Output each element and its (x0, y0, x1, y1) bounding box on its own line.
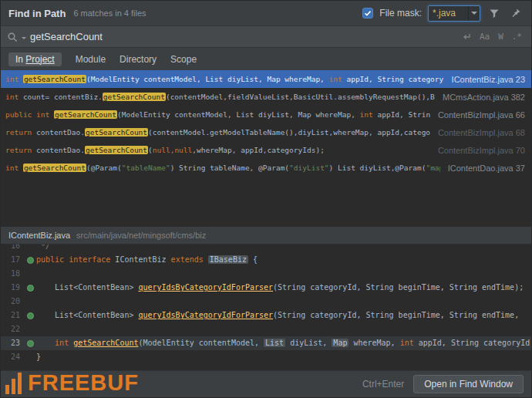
regex-toggle[interactable]: .* (512, 32, 522, 42)
code-segment: count= contentBiz. (19, 93, 103, 101)
line-number: 19 (1, 281, 24, 295)
filter-options-button[interactable] (487, 5, 502, 21)
implement-gutter-icon[interactable] (24, 257, 36, 264)
result-row[interactable]: return contentDao.getSearchCount(null,nu… (1, 141, 531, 159)
code-segment: (contentModel,fieldValueList,BasicUtil.a… (166, 93, 435, 101)
code-segment: (String categoryId, String beginTime, St… (273, 311, 519, 319)
line-number: 22 (1, 322, 24, 336)
result-text: int getSearchCount(ModelEntity contentMo… (5, 75, 444, 83)
scope-tab-in-project[interactable]: In Project (8, 52, 62, 66)
result-row[interactable]: return contentDao.getSearchCount(content… (1, 123, 531, 141)
match-highlight: getSearchCount (103, 93, 166, 101)
results-list: int getSearchCount(ModelEntity contentMo… (1, 70, 531, 227)
code-line: 21 List<ContentBean> queryIdsByCategoryI… (1, 309, 531, 322)
code-editor[interactable]: 16 */17public interface IContentBiz exte… (1, 245, 531, 370)
code-segment: IContentBiz (115, 255, 170, 264)
scope-tabs: In ProjectModuleDirectoryScope (1, 48, 531, 70)
code-segment (36, 339, 55, 347)
code-segment: ,whereMap, appId,categoryIds); (192, 146, 325, 154)
code-segment: int (360, 110, 373, 119)
code-segment: (contentModel.getModelTableName(),diyLis… (148, 128, 430, 137)
preview-file-path: src/main/java/net/mingsoft/cms/biz (76, 231, 206, 240)
open-shortcut-hint: Ctrl+Enter (362, 379, 404, 390)
code-segment: int (5, 75, 23, 83)
code-segment: appId, String categoryIds); (342, 75, 444, 83)
result-file-location: IContentBiz.java 23 (452, 75, 525, 84)
code-segment: List<ContentBean> (36, 283, 138, 292)
result-text: int getSearchCount(@Param("tableName") S… (5, 164, 440, 172)
match-highlight: getSearchCount (23, 75, 86, 83)
file-mask-value: *.java (429, 8, 468, 19)
match-case-toggle[interactable]: Aa (480, 32, 490, 42)
code-segment: (@Param( (86, 164, 122, 172)
result-row[interactable]: public int getSearchCount(ModelEntity co… (1, 106, 531, 123)
match-highlight: getSearchCount (23, 164, 86, 172)
code-segment: public int (5, 110, 54, 119)
search-input[interactable] (30, 31, 458, 42)
search-bar: Aa W .* (1, 25, 531, 48)
code-segment: getSearchCount (73, 339, 138, 347)
implement-gutter-icon[interactable] (24, 285, 36, 292)
line-number: 18 (1, 267, 24, 281)
code-line: 22 (1, 322, 531, 336)
search-icon (7, 32, 18, 42)
file-mask-label[interactable]: File mask: (379, 8, 422, 19)
code-segment: */ (36, 245, 50, 250)
checkmark-icon (364, 9, 372, 17)
pin-window-button[interactable] (508, 5, 524, 21)
open-in-find-window-button[interactable]: Open in Find Window (413, 375, 524, 393)
newline-icon[interactable] (462, 32, 471, 42)
code-line: 17public interface IContentBiz extends I… (1, 253, 531, 267)
search-history-chevron-icon[interactable] (22, 37, 26, 42)
result-file-location: ContentBizImpl.java 66 (438, 110, 525, 120)
funnel-icon (489, 8, 500, 19)
code-text: public interface IContentBiz extends IBa… (36, 253, 531, 267)
scope-tab-directory[interactable]: Directory (120, 54, 157, 65)
preview-file-name: IContentBiz.java (8, 231, 70, 240)
code-line: 20 (1, 295, 531, 309)
implement-gutter-icon[interactable] (24, 312, 36, 319)
code-segment: } (36, 352, 41, 361)
dialog-title: Find in Path (8, 8, 66, 19)
result-row[interactable]: int getSearchCount(@Param("tableName") S… (1, 159, 531, 177)
line-number: 17 (1, 253, 24, 267)
code-segment: int (55, 339, 73, 347)
code-text: int getSearchCount(ModelEntity contentMo… (36, 336, 531, 350)
file-mask-checkbox[interactable] (362, 8, 373, 19)
code-text: */ (36, 245, 531, 253)
code-segment: null,null (153, 146, 192, 154)
code-segment: "diyList" (289, 164, 328, 172)
code-segment: (ModelEntity contentModel, List diyList,… (86, 75, 329, 83)
pin-icon (510, 8, 521, 19)
code-segment: ) String tableName, @Param( (170, 164, 289, 172)
code-text: List<ContentBean> queryIdsByCategoryIdFo… (36, 309, 531, 322)
code-segment: Map (332, 339, 348, 347)
match-highlight: getSearchCount (54, 110, 117, 119)
implement-gutter-icon[interactable] (24, 340, 36, 347)
result-file-location: MCmsAction.java 382 (443, 93, 525, 102)
code-text: List<ContentBean> queryIdsByCategoryIdFo… (36, 281, 531, 295)
line-number: 23 (1, 336, 24, 350)
code-segment: return (5, 128, 36, 137)
chevron-down-icon[interactable] (468, 6, 480, 21)
code-line: 19 List<ContentBean> queryIdsByCategoryI… (1, 281, 531, 295)
code-text: } (36, 350, 531, 364)
code-segment: int (400, 339, 414, 347)
scope-tab-scope[interactable]: Scope (170, 54, 197, 65)
line-number: 21 (1, 309, 24, 322)
code-segment: "map" (426, 164, 439, 172)
code-segment: List (264, 339, 285, 347)
scope-tab-module[interactable]: Module (76, 54, 106, 65)
result-row[interactable]: int getSearchCount(ModelEntity contentMo… (1, 70, 531, 88)
file-mask-combobox[interactable]: *.java (428, 5, 480, 22)
result-text: public int getSearchCount(ModelEntity co… (5, 110, 430, 119)
code-segment: extends (171, 255, 208, 264)
code-segment: (ModelEntity contentModel, (138, 339, 264, 347)
result-row[interactable]: int count= contentBiz.getSearchCount(con… (1, 88, 531, 106)
find-in-path-dialog: Find in Path 6 matches in 4 files File m… (0, 0, 532, 398)
code-segment: IBaseBiz (208, 255, 248, 264)
whole-words-toggle[interactable]: W (498, 32, 503, 42)
result-text: int count= contentBiz.getSearchCount(con… (5, 93, 435, 101)
code-segment: int (5, 164, 23, 172)
preview-header: IContentBiz.java src/main/java/net/mings… (1, 227, 531, 245)
